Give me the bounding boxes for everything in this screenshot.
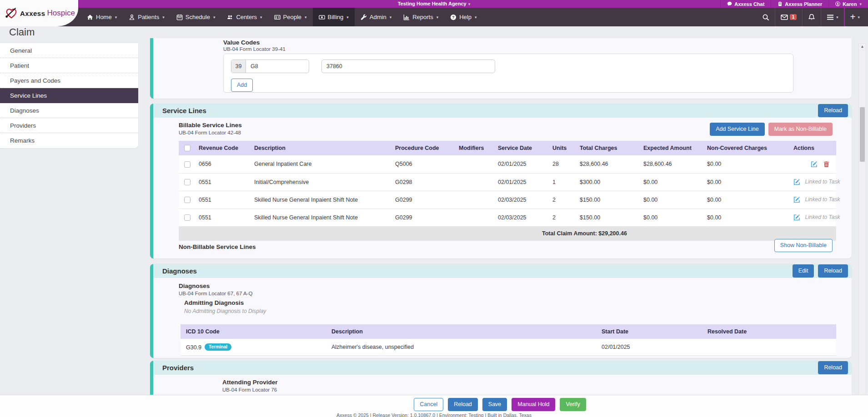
col-service-date: Service Date bbox=[495, 141, 550, 155]
service-lines-reload-button[interactable]: Reload bbox=[818, 104, 848, 117]
service-line-row: 0551 Initial/Comprehensive G0298 02/01/2… bbox=[179, 173, 836, 191]
messages-count-badge: 1 bbox=[790, 14, 797, 20]
sidebar-item-providers[interactable]: Providers bbox=[0, 118, 138, 133]
sidebar-item-diagnoses[interactable]: Diagnoses bbox=[0, 103, 138, 118]
service-line-row: 0551 Skilled Nurse General Inpaient Shif… bbox=[179, 191, 836, 208]
value-codes-title: Value Codes bbox=[223, 39, 260, 46]
user-icon bbox=[835, 1, 840, 6]
chevron-down-icon: ▾ bbox=[390, 15, 392, 20]
diagnoses-edit-button[interactable]: Edit bbox=[793, 264, 814, 278]
action-footer: Cancel Reload Save Manual Hold Verify Ax… bbox=[0, 395, 868, 417]
page-scrollbar[interactable]: ▲ ▼ bbox=[858, 43, 866, 413]
wrench-icon bbox=[361, 14, 367, 20]
billable-service-lines-table: Revenue Code Description Procedure Code … bbox=[179, 141, 836, 227]
value-codes-entry-box: 39 Add bbox=[223, 54, 793, 93]
chat-icon bbox=[727, 1, 732, 6]
nav-schedule[interactable]: Schedule▾ bbox=[171, 8, 221, 26]
row-checkbox[interactable] bbox=[184, 161, 191, 168]
service-lines-card: Service Lines Reload Billable Service Li… bbox=[150, 104, 852, 258]
col-total-charges: Total Charges bbox=[577, 141, 641, 155]
admitting-diagnosis-empty-message: No Admitting Diagnosis to Display bbox=[184, 308, 266, 314]
linked-to-task-label: Linked to Task bbox=[805, 214, 840, 220]
nav-help[interactable]: ? Help▾ bbox=[444, 8, 482, 26]
edit-icon[interactable] bbox=[811, 161, 818, 168]
value-amount-input[interactable] bbox=[322, 60, 495, 73]
reload-button[interactable]: Reload bbox=[448, 398, 478, 411]
app-logo[interactable]: AxxessHospice bbox=[0, 0, 78, 26]
col-description: Description bbox=[251, 141, 392, 155]
billable-service-lines-title: Billable Service Lines bbox=[179, 122, 242, 129]
scroll-up-arrow[interactable]: ▲ bbox=[859, 45, 866, 49]
col-expected-amount: Expected Amount bbox=[641, 141, 704, 155]
nav-centers[interactable]: Centers▾ bbox=[221, 8, 268, 26]
edit-icon[interactable] bbox=[793, 196, 800, 203]
calendar-icon bbox=[176, 14, 183, 20]
value-codes-subtitle: UB-04 Form Locator 39-41 bbox=[223, 46, 286, 52]
diagnoses-title: Diagnoses bbox=[162, 267, 197, 275]
verify-button[interactable]: Verify bbox=[560, 398, 586, 411]
sidebar-item-remarks[interactable]: Remarks bbox=[0, 133, 138, 148]
cancel-button[interactable]: Cancel bbox=[414, 398, 443, 411]
edit-icon[interactable] bbox=[793, 214, 800, 221]
value-code-input[interactable] bbox=[246, 60, 309, 73]
group-icon bbox=[227, 14, 233, 20]
col-resolved-date: Resolved Date bbox=[705, 324, 836, 339]
quick-add-button[interactable]: + ▾ bbox=[844, 8, 865, 26]
add-value-code-button[interactable]: Add bbox=[231, 79, 253, 92]
svg-text:?: ? bbox=[452, 15, 455, 20]
list-menu-button[interactable]: ▾ bbox=[821, 8, 844, 26]
col-modifiers: Modifiers bbox=[456, 141, 495, 155]
providers-reload-button[interactable]: Reload bbox=[818, 361, 848, 374]
service-line-row: 0656 General Inpatient Care Q5006 02/01/… bbox=[179, 155, 836, 173]
value-amount-input-group bbox=[321, 60, 495, 73]
nav-home[interactable]: Home▾ bbox=[81, 8, 123, 26]
sidebar-item-general[interactable]: General bbox=[0, 43, 138, 58]
linked-to-task-label: Linked to Task bbox=[805, 196, 840, 203]
axxess-planner-link[interactable]: Axxess Planner bbox=[771, 0, 828, 8]
chevron-down-icon: ▾ bbox=[858, 15, 860, 20]
search-button[interactable] bbox=[757, 8, 775, 26]
scrollbar-thumb[interactable] bbox=[860, 107, 865, 162]
sidebar-item-payers-and-codes[interactable]: Payers and Codes bbox=[0, 73, 138, 88]
nav-billing[interactable]: Billing▾ bbox=[313, 8, 355, 26]
nav-admin[interactable]: Admin▾ bbox=[355, 8, 397, 26]
col-revenue-code: Revenue Code bbox=[196, 141, 251, 155]
nav-people[interactable]: People▾ bbox=[268, 8, 313, 26]
axxess-chat-link[interactable]: Axxess Chat bbox=[720, 0, 771, 8]
sidebar-item-service-lines[interactable]: Service Lines bbox=[0, 88, 138, 103]
show-non-billable-button[interactable]: Show Non-Billable bbox=[774, 239, 833, 252]
messages-button[interactable]: 1 bbox=[775, 8, 803, 26]
row-checkbox[interactable] bbox=[184, 179, 191, 185]
col-units: Units bbox=[550, 141, 577, 155]
sidebar-item-patient[interactable]: Patient bbox=[0, 58, 138, 73]
nav-patients[interactable]: Patients▾ bbox=[123, 8, 171, 26]
nav-reports[interactable]: Reports▾ bbox=[397, 8, 444, 26]
clipboard-icon bbox=[778, 1, 783, 6]
chevron-down-icon: ▾ bbox=[437, 15, 439, 20]
claim-section-nav: General Patient Payers and Codes Service… bbox=[0, 43, 138, 148]
user-menu[interactable]: Karen ▾ bbox=[828, 0, 868, 8]
envelope-icon bbox=[781, 14, 788, 21]
col-procedure-code: Procedure Code bbox=[392, 141, 456, 155]
linked-to-task-label: Linked to Task bbox=[805, 179, 840, 185]
add-service-line-button[interactable]: Add Service Line bbox=[710, 123, 765, 136]
home-icon bbox=[87, 14, 93, 20]
row-checkbox[interactable] bbox=[184, 197, 191, 203]
select-all-checkbox[interactable] bbox=[184, 145, 191, 151]
bell-icon bbox=[808, 14, 815, 21]
edit-icon[interactable] bbox=[793, 179, 800, 185]
mark-as-non-billable-button[interactable]: Mark as Non-Billable bbox=[768, 123, 833, 136]
copyright-text: Axxess © 2025 | Release Version: 1.0.108… bbox=[0, 412, 868, 417]
service-line-row: 0551 Skilled Nurse General Inpaient Shif… bbox=[179, 208, 836, 226]
value-codes-card: Value Codes UB-04 Form Locator 39-41 39 … bbox=[150, 38, 852, 99]
save-button[interactable]: Save bbox=[482, 398, 507, 411]
notifications-button[interactable] bbox=[802, 8, 821, 26]
axxess-heart-icon bbox=[5, 6, 18, 20]
bar-chart-icon bbox=[403, 14, 410, 20]
help-icon: ? bbox=[450, 14, 457, 20]
service-lines-title: Service Lines bbox=[162, 107, 206, 114]
diagnoses-reload-button[interactable]: Reload bbox=[818, 264, 848, 278]
delete-icon[interactable] bbox=[823, 161, 830, 168]
manual-hold-button[interactable]: Manual Hold bbox=[512, 398, 555, 411]
row-checkbox[interactable] bbox=[184, 214, 191, 221]
